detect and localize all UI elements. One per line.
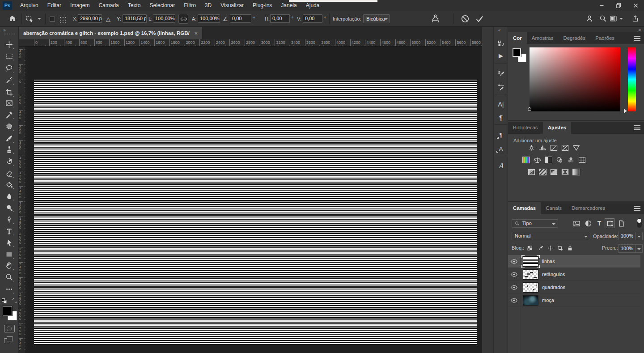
default-colors-icon[interactable]	[2, 298, 7, 303]
adjustment-posterize-icon[interactable]	[539, 169, 547, 175]
hand-tool-icon[interactable]	[5, 262, 13, 270]
adjustment-exposure-icon[interactable]	[561, 145, 569, 151]
home-icon[interactable]	[8, 15, 17, 23]
layer-thumbnail[interactable]	[523, 256, 538, 267]
screen-mode-button[interactable]	[4, 336, 14, 344]
lock-position-icon[interactable]	[547, 244, 554, 251]
y-input[interactable]: 1818,50 px	[123, 14, 147, 23]
close-tab-icon[interactable]: ×	[194, 30, 198, 36]
adjustment-channel-mixer-icon[interactable]	[567, 157, 575, 163]
quick-selection-tool-icon[interactable]	[5, 77, 13, 85]
dock-expand-icon[interactable]: »	[638, 27, 640, 32]
interpolation-select[interactable]: Bicúbica	[363, 14, 390, 23]
layer-thumbnail[interactable]	[523, 282, 538, 293]
adjustment-vibrance-icon[interactable]	[572, 145, 580, 151]
zoom-tool-icon[interactable]	[5, 273, 13, 281]
adjustment-threshold-icon[interactable]	[550, 169, 558, 175]
layer-name[interactable]: quadrados	[542, 285, 565, 290]
adjustments-panel-menu-icon[interactable]	[634, 125, 640, 130]
x-input[interactable]: 2990,00 px	[78, 14, 102, 23]
minimize-button[interactable]	[593, 0, 610, 11]
adjustment-selective-color-icon[interactable]	[572, 169, 580, 175]
adjustment-color-balance-icon[interactable]	[534, 157, 541, 163]
panel-icon-character-styles[interactable]: A	[496, 143, 506, 154]
adjustment-gradient-map-icon[interactable]	[561, 169, 569, 175]
angle-input[interactable]: 0,00	[230, 14, 251, 23]
restore-button[interactable]	[610, 0, 627, 11]
tab-demarcadores[interactable]: Demarcadores	[567, 202, 610, 214]
layer-visibility-eye-icon[interactable]	[510, 297, 518, 304]
panel-icon-character[interactable]: A|	[496, 99, 506, 110]
link-dimensions-icon[interactable]	[178, 14, 188, 24]
layer-name[interactable]: linhas	[542, 259, 555, 264]
opacity-input[interactable]: 100%	[618, 232, 636, 240]
panel-icon-clone-source[interactable]	[496, 38, 506, 49]
lock-pixels-icon[interactable]	[537, 244, 544, 251]
tab-ajustes[interactable]: Ajustes	[543, 122, 572, 134]
hskew-input[interactable]: 0,00	[270, 14, 290, 23]
color-picker-cursor[interactable]	[528, 107, 531, 111]
height-input[interactable]: 100,00%	[198, 14, 220, 23]
hue-slider-arrow[interactable]	[624, 109, 627, 113]
layer-row-1[interactable]: retângulos	[508, 268, 640, 281]
layer-row-3[interactable]: moça	[508, 294, 640, 307]
fill-dropdown[interactable]	[636, 244, 643, 253]
adjustment-color-lookup-icon[interactable]	[578, 157, 586, 163]
layers-panel-menu-icon[interactable]	[634, 206, 640, 211]
blur-tool-icon[interactable]	[5, 192, 13, 200]
commit-transform-icon[interactable]	[475, 14, 484, 23]
history-brush-tool-icon[interactable]	[5, 157, 13, 166]
menu-item-arquivo[interactable]: Arquivo	[16, 0, 43, 11]
edit-toolbar-tool-icon[interactable]	[5, 285, 13, 293]
type-tool-icon[interactable]	[5, 227, 13, 235]
lock-artboard-icon[interactable]	[556, 244, 564, 251]
lock-all-icon[interactable]	[566, 244, 573, 251]
tool-preset-icon[interactable]	[26, 15, 36, 23]
tab-camadas[interactable]: Camadas	[508, 202, 541, 214]
tab-padr-es[interactable]: Padrões	[590, 32, 619, 44]
search-icon[interactable]	[599, 15, 607, 23]
adjustment-black-white-icon[interactable]	[545, 157, 552, 163]
tab-degrad-s[interactable]: Degradês	[558, 32, 590, 44]
layer-row-0[interactable]: linhas	[508, 255, 640, 268]
foreground-color-swatch[interactable]	[3, 306, 12, 315]
layer-filter-toggle[interactable]	[637, 218, 642, 228]
menu-item-camada[interactable]: Camada	[94, 0, 123, 11]
width-input[interactable]: 100,00%	[153, 14, 175, 23]
frame-tool-icon[interactable]	[5, 99, 13, 107]
menu-item-imagem[interactable]: Imagem	[66, 0, 94, 11]
menu-item-3d[interactable]: 3D	[200, 0, 216, 11]
document-tab[interactable]: aberração cromática e glitch - exemplo 1…	[19, 27, 202, 39]
adjustment-levels-icon[interactable]	[539, 145, 547, 151]
toolbar-collapse-icon[interactable]: »	[3, 28, 5, 33]
quick-mask-button[interactable]	[4, 325, 15, 332]
eraser-tool-icon[interactable]	[5, 170, 13, 178]
move-tool-icon[interactable]	[5, 41, 13, 49]
layer-name[interactable]: moça	[542, 298, 554, 303]
horizontal-ruler[interactable]: 0200400600800100012001400160018002000220…	[19, 39, 482, 47]
color-panel-menu-icon[interactable]	[634, 36, 640, 41]
adjustment-hue-saturation-icon[interactable]	[522, 157, 530, 163]
path-selection-tool-icon[interactable]	[5, 239, 13, 247]
menu-item-plug-ins[interactable]: Plug-ins	[248, 0, 276, 11]
delta-icon[interactable]: △	[106, 16, 110, 22]
paint-bucket-tool-icon[interactable]	[5, 181, 13, 189]
fill-input[interactable]: 100%	[618, 244, 636, 253]
chevron-down-icon[interactable]	[619, 18, 623, 20]
warp-mode-icon[interactable]	[431, 14, 441, 24]
share-icon[interactable]	[631, 15, 640, 23]
workspace-icon[interactable]	[610, 15, 618, 23]
menu-item-visualizar[interactable]: Visualizar	[216, 0, 248, 11]
panel-icon-brush-settings[interactable]	[496, 68, 506, 79]
dock-collapse-icon[interactable]: «	[498, 28, 500, 33]
adjustment-brightness-contrast-icon[interactable]	[528, 145, 535, 151]
layer-row-2[interactable]: quadrados	[508, 281, 640, 294]
panel-icon-glyphs[interactable]: A	[496, 161, 506, 171]
menu-item-filtro[interactable]: Filtro	[179, 0, 200, 11]
reference-point-grid[interactable]	[59, 16, 66, 23]
lock-transparency-icon[interactable]	[526, 244, 533, 251]
saturation-brightness-field[interactable]	[530, 47, 620, 111]
filter-adjustment-icon[interactable]	[584, 219, 592, 227]
toolbar-grip[interactable]	[4, 34, 15, 34]
crop-tool-icon[interactable]	[5, 89, 13, 97]
